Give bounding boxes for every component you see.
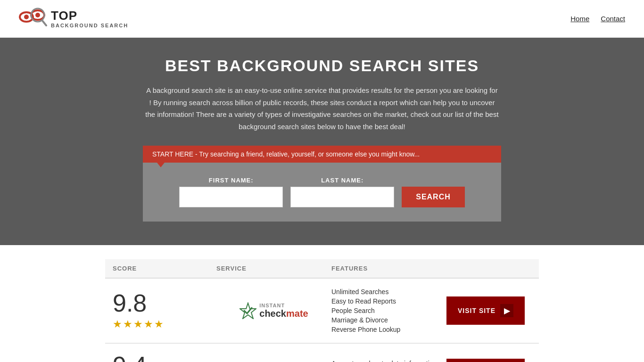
hero-title: BEST BACKGROUND SEARCH SITES <box>9 57 635 75</box>
svg-point-3 <box>35 13 40 17</box>
score-cell-2: 9.4 ★ ★ ★ ★ ★ <box>113 353 216 362</box>
visit-site-button-1[interactable]: VISIT SITE ▶ <box>446 296 525 325</box>
action-cell-2: VISIT SITE ▶ <box>446 359 531 362</box>
stars-1: ★ ★ ★ ★ ★ <box>113 318 164 330</box>
search-button[interactable]: SEARCH <box>402 187 465 207</box>
service-logo-1: instant checkmate <box>216 302 331 319</box>
score-cell-1: 9.8 ★ ★ ★ ★ ★ <box>113 291 216 330</box>
col-service: SERVICE <box>216 265 331 272</box>
banner-text: START HERE - Try searching a friend, rel… <box>152 150 420 158</box>
visit-arrow-icon-1: ▶ <box>500 304 513 317</box>
hero-section: BEST BACKGROUND SEARCH SITES A backgroun… <box>0 38 644 245</box>
logo-icon <box>19 6 47 32</box>
star-1: ★ <box>113 318 122 330</box>
feature-2-0: Accurate and up-to-date information <box>331 360 446 362</box>
col-action <box>446 265 531 272</box>
score-number-2: 9.4 <box>113 353 147 362</box>
table-row: 9.4 ★ ★ ★ ★ ★ PeopleLooker Accurate and … <box>105 344 539 362</box>
feature-1-2: People Search <box>331 307 446 314</box>
visit-site-button-2[interactable]: VISIT SITE ▶ <box>446 359 525 362</box>
search-form-area: FIRST NAME: LAST NAME: SEARCH <box>143 163 501 222</box>
table-header: SCORE SERVICE FEATURES <box>105 259 539 279</box>
header: TOP BACKGROUND SEARCH Home Contact <box>0 0 644 38</box>
first-name-group: FIRST NAME: <box>179 177 283 207</box>
hero-description: A background search site is an easy-to-u… <box>145 84 499 132</box>
features-cell-2: Accurate and up-to-date information Unli… <box>331 360 446 362</box>
col-score: SCORE <box>113 265 216 272</box>
search-form: FIRST NAME: LAST NAME: SEARCH <box>152 177 492 207</box>
svg-point-1 <box>24 15 29 19</box>
feature-1-1: Easy to Read Reports <box>331 297 446 305</box>
table-row: 9.8 ★ ★ ★ ★ ★ instant checkmate <box>105 279 539 343</box>
checkmate-label-instant: instant <box>259 303 308 308</box>
star-5: ★ <box>154 318 164 330</box>
checkmate-icon <box>239 302 256 319</box>
svg-marker-6 <box>240 303 256 319</box>
logo-bottom-text: BACKGROUND SEARCH <box>51 23 128 28</box>
last-name-label: LAST NAME: <box>290 177 394 184</box>
last-name-group: LAST NAME: <box>290 177 394 207</box>
nav-contact[interactable]: Contact <box>601 15 625 23</box>
feature-1-0: Unlimited Searches <box>331 288 446 296</box>
checkmate-logo: instant checkmate <box>239 302 308 319</box>
action-cell-1: VISIT SITE ▶ <box>446 296 531 325</box>
score-number-1: 9.8 <box>113 291 147 315</box>
first-name-label: FIRST NAME: <box>179 177 283 184</box>
star-3: ★ <box>133 318 143 330</box>
checkmate-label-main: checkmate <box>259 308 308 319</box>
results-table: SCORE SERVICE FEATURES 9.8 ★ ★ ★ ★ ★ <box>96 259 548 362</box>
feature-1-4: Reverse Phone Lookup <box>331 326 446 333</box>
visit-site-label-1: VISIT SITE <box>458 307 495 314</box>
logo-text: TOP BACKGROUND SEARCH <box>51 9 128 28</box>
col-features: FEATURES <box>331 265 446 272</box>
nav-home[interactable]: Home <box>570 15 589 23</box>
logo-area: TOP BACKGROUND SEARCH <box>19 6 128 32</box>
features-cell-1: Unlimited Searches Easy to Read Reports … <box>331 288 446 333</box>
feature-1-3: Marriage & Divorce <box>331 316 446 324</box>
first-name-input[interactable] <box>179 187 283 207</box>
star-4: ★ <box>144 318 153 330</box>
last-name-input[interactable] <box>290 187 394 207</box>
svg-line-5 <box>42 21 46 25</box>
checkmate-text-block: instant checkmate <box>259 303 308 319</box>
search-banner: START HERE - Try searching a friend, rel… <box>143 146 501 163</box>
star-2: ★ <box>123 318 132 330</box>
logo-top-text: TOP <box>51 9 128 23</box>
main-nav: Home Contact <box>570 15 625 23</box>
